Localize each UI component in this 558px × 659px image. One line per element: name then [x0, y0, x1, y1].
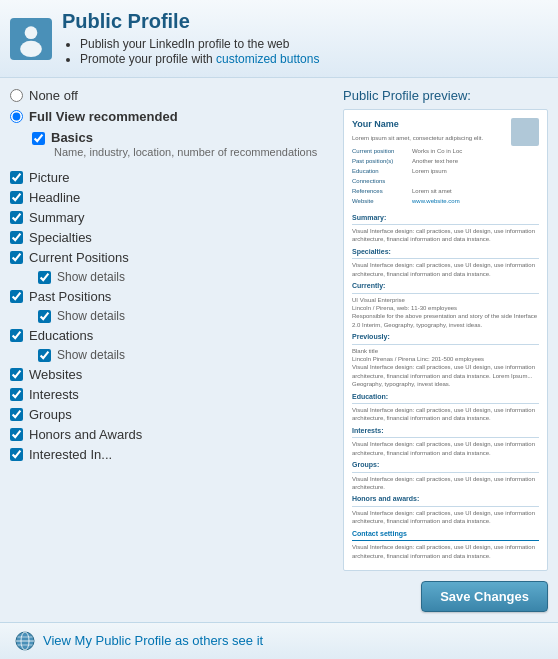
list-item[interactable]: Show details	[38, 348, 333, 362]
list-item[interactable]: Interests	[10, 387, 333, 402]
basics-label: Basics	[51, 130, 93, 145]
past-positions-label: Past Positions	[29, 289, 111, 304]
list-item[interactable]: Picture	[10, 170, 333, 185]
preview-tagline: Lorem ipsum sit amet, consectetur adipis…	[352, 134, 505, 143]
save-button[interactable]: Save Changes	[421, 581, 548, 612]
preview-title: Public Profile preview:	[343, 88, 548, 103]
list-item[interactable]: Websites	[10, 367, 333, 382]
basics-description: Name, industry, location, number of reco…	[54, 145, 333, 160]
basics-header: Basics	[32, 130, 333, 145]
list-item[interactable]: Interested In...	[10, 447, 333, 462]
interested-in-checkbox[interactable]	[10, 448, 23, 461]
list-item[interactable]: Groups	[10, 407, 333, 422]
checkbox-list: Picture Headline Summary Specialties	[10, 170, 333, 462]
header-text: Public Profile Publish your LinkedIn pro…	[62, 10, 319, 67]
past-details-label: Show details	[57, 309, 125, 323]
list-item[interactable]: Educations	[10, 328, 333, 343]
page-title: Public Profile	[62, 10, 319, 33]
footer-bar: View My Public Profile as others see it	[0, 622, 558, 659]
preview-section-text: Visual Interface design: call practices,…	[352, 543, 539, 560]
edu-details-label: Show details	[57, 348, 125, 362]
avatar	[10, 18, 52, 60]
list-item[interactable]: Show details	[38, 309, 333, 323]
svg-point-1	[25, 26, 38, 39]
preview-card: Your Name Lorem ipsum sit amet, consecte…	[343, 109, 548, 571]
fullview-radio-option[interactable]: Full View recommended	[10, 109, 333, 124]
current-positions-checkbox[interactable]	[10, 251, 23, 264]
preview-field: Connections	[352, 177, 505, 186]
preview-field: Past position(s) Another text here	[352, 157, 505, 166]
preview-field: Current position Works in Co in Loc	[352, 147, 505, 156]
preview-section-text: Visual Interface design: call practices,…	[352, 440, 539, 457]
preview-section-text: UI Visual EnterpriseLincoln / Pirena, we…	[352, 296, 539, 330]
edu-details-checkbox[interactable]	[38, 349, 51, 362]
basics-checkbox[interactable]	[32, 132, 45, 145]
interests-label: Interests	[29, 387, 79, 402]
headline-checkbox[interactable]	[10, 191, 23, 204]
fullview-radio-label: Full View recommended	[29, 109, 178, 124]
current-positions-label: Current Positions	[29, 250, 129, 265]
picture-label: Picture	[29, 170, 69, 185]
list-item[interactable]: Honors and Awards	[10, 427, 333, 442]
headline-label: Headline	[29, 190, 80, 205]
none-radio-label: None off	[29, 88, 78, 103]
right-panel: Public Profile preview: Your Name Lorem …	[333, 88, 548, 612]
preview-section: Specialties:	[352, 247, 539, 260]
main-content: None off Full View recommended Basics Na…	[0, 78, 558, 612]
header: Public Profile Publish your LinkedIn pro…	[0, 0, 558, 78]
groups-label: Groups	[29, 407, 72, 422]
preview-section-text: Visual Interface design: call practices,…	[352, 261, 539, 278]
educations-checkbox[interactable]	[10, 329, 23, 342]
preview-name: Your Name	[352, 118, 505, 132]
preview-avatar	[511, 118, 539, 146]
list-item[interactable]: Headline	[10, 190, 333, 205]
header-bullets: Publish your LinkedIn profile to the web…	[62, 37, 319, 66]
left-panel: None off Full View recommended Basics Na…	[10, 88, 333, 612]
preview-section: Groups:	[352, 460, 539, 473]
none-radio-option[interactable]: None off	[10, 88, 333, 103]
customized-buttons-link[interactable]: customized buttons	[216, 52, 319, 66]
groups-checkbox[interactable]	[10, 408, 23, 421]
honors-label: Honors and Awards	[29, 427, 142, 442]
bullet-1: Publish your LinkedIn profile to the web	[80, 37, 319, 51]
basics-section: Basics Name, industry, location, number …	[32, 130, 333, 160]
preview-field: Website www.website.com	[352, 197, 505, 206]
page-container: Public Profile Publish your LinkedIn pro…	[0, 0, 558, 659]
view-profile-link[interactable]: View My Public Profile as others see it	[43, 633, 263, 648]
bullet-2: Promote your profile with customized but…	[80, 52, 319, 66]
list-item[interactable]: Specialties	[10, 230, 333, 245]
preview-section: Previously:	[352, 332, 539, 345]
current-details-label: Show details	[57, 270, 125, 284]
summary-label: Summary	[29, 210, 85, 225]
summary-checkbox[interactable]	[10, 211, 23, 224]
list-item[interactable]: Past Positions	[10, 289, 333, 304]
honors-checkbox[interactable]	[10, 428, 23, 441]
none-radio[interactable]	[10, 89, 23, 102]
svg-point-2	[20, 40, 42, 56]
specialties-label: Specialties	[29, 230, 92, 245]
educations-label: Educations	[29, 328, 93, 343]
past-details-checkbox[interactable]	[38, 310, 51, 323]
preview-section-text: Visual Interface design: call practices,…	[352, 227, 539, 244]
globe-icon	[15, 631, 35, 651]
specialties-checkbox[interactable]	[10, 231, 23, 244]
websites-checkbox[interactable]	[10, 368, 23, 381]
preview-top: Your Name Lorem ipsum sit amet, consecte…	[352, 118, 539, 207]
preview-section-text: Visual Interface design: call practices,…	[352, 475, 539, 492]
preview-section-text: Visual Interface design: call practices,…	[352, 406, 539, 423]
preview-section: Education:	[352, 392, 539, 405]
current-details-checkbox[interactable]	[38, 271, 51, 284]
fullview-radio[interactable]	[10, 110, 23, 123]
past-positions-checkbox[interactable]	[10, 290, 23, 303]
list-item[interactable]: Summary	[10, 210, 333, 225]
preview-field: References Lorem sit amet	[352, 187, 505, 196]
preview-section: Currently:	[352, 281, 539, 294]
interested-in-label: Interested In...	[29, 447, 112, 462]
picture-checkbox[interactable]	[10, 171, 23, 184]
preview-section-text: Visual Interface design: call practices,…	[352, 509, 539, 526]
preview-section: Honors and awards:	[352, 494, 539, 507]
list-item[interactable]: Current Positions	[10, 250, 333, 265]
interests-checkbox[interactable]	[10, 388, 23, 401]
list-item[interactable]: Show details	[38, 270, 333, 284]
preview-section-contact: Contact settings	[352, 529, 539, 542]
